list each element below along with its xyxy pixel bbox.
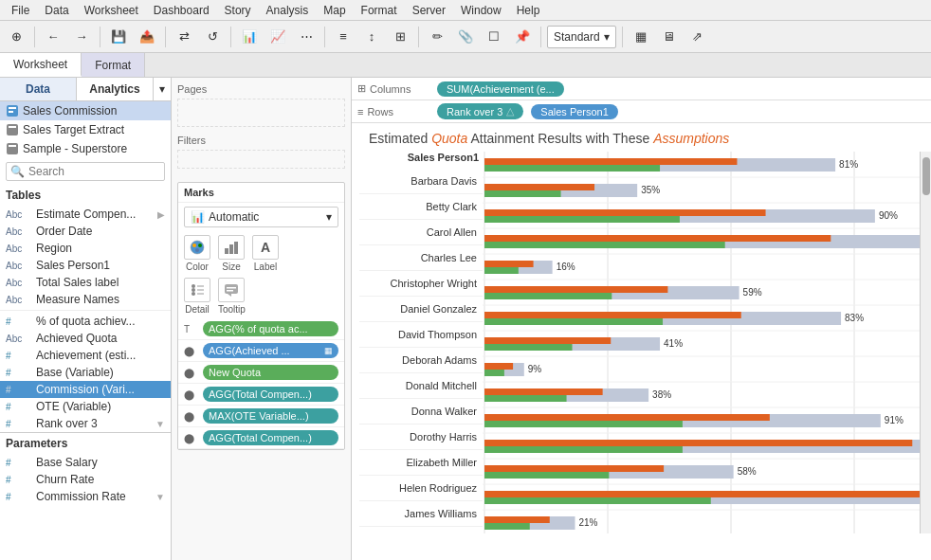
rows-icon[interactable]: ≡	[331, 25, 356, 49]
device-icon[interactable]: 🖥	[657, 25, 682, 49]
menu-worksheet[interactable]: Worksheet	[77, 2, 146, 19]
size-button[interactable]: Size	[218, 235, 245, 272]
menu-server[interactable]: Server	[405, 2, 453, 19]
search-input[interactable]	[28, 165, 171, 178]
params-section: Parameters # Base Salary # Churn Rate # …	[0, 432, 171, 505]
field-pct-quota[interactable]: # % of quota achiev...	[0, 313, 171, 330]
datasource-superstore[interactable]: Sample - Superstore	[0, 139, 171, 158]
svg-rect-19	[197, 293, 204, 295]
datasource-sales-target[interactable]: Sales Target Extract	[0, 120, 171, 139]
color-button[interactable]: Color	[184, 235, 210, 272]
marks-type-dropdown[interactable]: 📊 Automatic ▾	[184, 207, 338, 227]
svg-rect-47	[484, 235, 831, 242]
y-axis-label: Elizabeth Miller	[359, 450, 483, 476]
menu-story[interactable]: Story	[217, 2, 259, 19]
shelf-achieved[interactable]: ⬤ AGG(Achieved ... ▦	[178, 340, 344, 362]
field-type-icon: #	[6, 419, 32, 429]
scroll-down-icon2: ▼	[155, 492, 165, 502]
shelf-new-quota[interactable]: ⬤ New Quota	[178, 362, 344, 384]
datasource-sales-commission[interactable]: Sales Commission	[0, 101, 171, 120]
tab-analytics[interactable]: Analytics	[77, 78, 154, 100]
columns-pill[interactable]: SUM(Achievement (e...	[437, 81, 564, 97]
tab-data[interactable]: Data	[0, 78, 77, 100]
rows-pill-rank[interactable]: Rank over 3 △	[437, 103, 523, 119]
field-sales-person[interactable]: Abc Sales Person1	[0, 257, 171, 274]
label-button[interactable]: A Label	[252, 235, 279, 272]
search-box[interactable]: 🔍 ▦ ≡	[6, 162, 165, 181]
shelf-pct-quota[interactable]: T AGG(% of quota ac...	[178, 318, 344, 340]
svg-rect-92	[484, 465, 664, 472]
tooltip-button[interactable]: Tooltip	[218, 278, 246, 315]
rows-pill-salesperson[interactable]: Sales Person1	[531, 104, 618, 119]
svg-text:58%: 58%	[738, 466, 757, 477]
group-icon[interactable]: ⊞	[388, 25, 412, 49]
redo-button[interactable]: →	[69, 25, 94, 49]
rows-label: ≡ Rows	[357, 106, 433, 117]
scatter-icon[interactable]: ⋯	[294, 25, 319, 49]
field-order-date[interactable]: Abc Order Date	[0, 223, 171, 240]
vertical-scrollbar[interactable]	[920, 152, 931, 533]
param-commission-rate[interactable]: # Commission Rate ▼	[0, 488, 171, 505]
menu-dashboard[interactable]: Dashboard	[146, 2, 217, 19]
field-region[interactable]: Abc Region	[0, 240, 171, 257]
y-axis-labels: Sales Person1 Barbara DavisBetty ClarkCa…	[359, 152, 483, 533]
shelf-agg-total[interactable]: ⬤ AGG(Total Compen...)	[178, 427, 344, 449]
share-icon[interactable]: ⇗	[685, 25, 710, 49]
shelf-total-compen[interactable]: ⬤ AGG(Total Compen...)	[178, 384, 344, 406]
main-layout: Data Analytics ▾ Sales Commission Sales …	[0, 78, 931, 560]
panel-tab-arrow[interactable]: ▾	[154, 78, 171, 100]
menu-analysis[interactable]: Analysis	[259, 2, 317, 19]
y-axis-label: Donna Walker	[359, 399, 483, 425]
menu-format[interactable]: Format	[354, 2, 405, 19]
svg-text:9%: 9%	[528, 364, 542, 374]
menu-window[interactable]: Window	[453, 2, 509, 19]
pen-icon[interactable]: ✏	[425, 25, 449, 49]
field-rank-over[interactable]: # Rank over 3 ▼	[0, 415, 171, 432]
undo-button[interactable]: ←	[41, 25, 65, 49]
svg-rect-72	[484, 363, 513, 370]
param-churn-rate[interactable]: # Churn Rate	[0, 471, 171, 488]
publish-button[interactable]: 📤	[135, 25, 159, 49]
field-type-icon: Abc	[6, 209, 32, 220]
field-base-variable[interactable]: # Base (Variable)	[0, 364, 171, 381]
param-base-salary[interactable]: # Base Salary	[0, 454, 171, 471]
tab-worksheet[interactable]: Worksheet	[0, 53, 82, 77]
bar-chart-icon[interactable]: 📊	[237, 25, 262, 49]
svg-point-14	[192, 284, 195, 288]
swap-button[interactable]: ⇄	[172, 25, 196, 49]
svg-text:38%: 38%	[652, 389, 671, 400]
menu-help[interactable]: Help	[509, 2, 548, 19]
scrollbar-thumb[interactable]	[922, 157, 930, 195]
detail-button[interactable]: Detail	[184, 278, 210, 315]
menu-file[interactable]: File	[4, 2, 37, 19]
field-estimate-compen[interactable]: Abc Estimate Compen... ▶	[0, 206, 171, 223]
tooltip-icon[interactable]: ☐	[482, 25, 506, 49]
field-name: Commission Rate	[36, 490, 126, 503]
menu-data[interactable]: Data	[37, 2, 76, 19]
field-achieved-quota[interactable]: Abc Achieved Quota	[0, 330, 171, 347]
pin-icon[interactable]: 📌	[510, 25, 535, 49]
home-icon[interactable]: ⊕	[4, 25, 28, 49]
line-chart-icon[interactable]: 📈	[265, 25, 290, 49]
save-button[interactable]: 💾	[106, 25, 131, 49]
grid-icon[interactable]: ▦	[629, 25, 653, 49]
refresh-button[interactable]: ↺	[200, 25, 225, 49]
field-type-icon: Abc	[6, 226, 32, 237]
dropdown-arrow-icon: ▾	[604, 30, 610, 44]
bars-area[interactable]: 81%35%90%112%16%59%83%41%9%38%91%138%58%…	[483, 152, 920, 533]
tab-format[interactable]: Format	[82, 53, 145, 77]
clip-icon[interactable]: 📎	[453, 25, 478, 49]
menu-map[interactable]: Map	[316, 2, 353, 19]
field-achievement[interactable]: # Achievement (esti...	[0, 347, 171, 364]
field-name: Commission (Vari...	[36, 383, 135, 396]
sort-icon[interactable]: ↕	[359, 25, 384, 49]
field-name: Measure Names	[36, 293, 119, 306]
shelf-max-ote[interactable]: ⬤ MAX(OTE Variable...)	[178, 406, 344, 427]
field-measure-names[interactable]: Abc Measure Names	[0, 291, 171, 308]
standard-dropdown[interactable]: Standard ▾	[547, 26, 616, 48]
svg-rect-11	[225, 248, 228, 254]
shelf-pill-max-ote: MAX(OTE Variable...)	[203, 408, 338, 424]
field-ote-variable[interactable]: # OTE (Variable)	[0, 398, 171, 415]
field-total-sales-label[interactable]: Abc Total Sales label	[0, 274, 171, 291]
field-commission-vari[interactable]: # Commission (Vari...	[0, 381, 171, 398]
